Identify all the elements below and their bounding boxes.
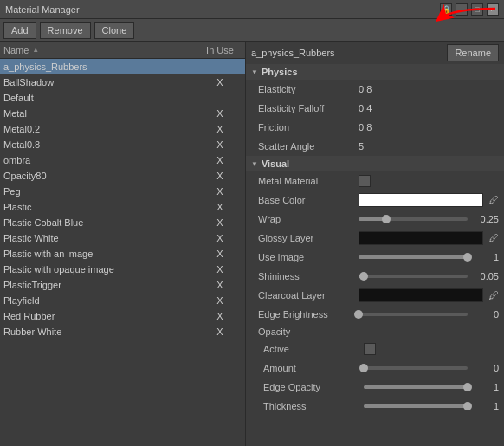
opacity-active-checkbox[interactable] <box>364 343 376 355</box>
edge-opacity-value: 1 <box>473 382 499 392</box>
shininess-value: 0.05 <box>473 271 499 281</box>
list-item-inuse: X <box>198 280 242 290</box>
glossy-layer-swatch[interactable] <box>359 231 483 245</box>
add-button[interactable]: Add <box>3 22 36 39</box>
list-item[interactable]: Opacity80X <box>0 168 245 184</box>
list-item[interactable]: PlasticTriggerX <box>0 277 245 293</box>
list-item-name: ombra <box>3 155 198 165</box>
list-item[interactable]: Plastic WhiteX <box>0 230 245 246</box>
list-item[interactable]: PegX <box>0 184 245 199</box>
friction-value[interactable]: 0.8 <box>359 122 384 133</box>
list-item[interactable]: ombraX <box>0 152 245 168</box>
thickness-slider-track[interactable] <box>364 404 468 408</box>
wrap-slider-track[interactable] <box>359 217 468 221</box>
opacity-amount-slider-thumb[interactable] <box>359 364 368 372</box>
metal-material-checkbox[interactable] <box>359 175 371 187</box>
edge-brightness-slider-thumb[interactable] <box>354 310 363 319</box>
scatter-angle-row: Scatter Angle 5 <box>246 137 504 156</box>
scatter-angle-label: Scatter Angle <box>258 141 353 152</box>
list-item-inuse: X <box>198 233 242 243</box>
list-item[interactable]: Default <box>0 90 245 106</box>
visual-section-header[interactable]: ▼ Visual <box>246 156 504 171</box>
edge-opacity-slider-track[interactable] <box>364 385 468 389</box>
physics-section-title: Physics <box>262 67 298 77</box>
base-color-eyedropper[interactable]: 🖊 <box>488 194 499 206</box>
scatter-angle-value[interactable]: 5 <box>359 141 384 152</box>
elasticity-falloff-value[interactable]: 0.4 <box>359 103 384 113</box>
list-item[interactable]: a_physics_Rubbers <box>0 59 245 74</box>
wrap-slider-container: 0.25 <box>359 214 499 224</box>
opacity-amount-value: 0 <box>473 363 499 373</box>
edge-opacity-slider-thumb[interactable] <box>463 383 472 391</box>
main-area: Name ▲ In Use a_physics_RubbersBallShado… <box>0 42 504 446</box>
use-image-slider-thumb[interactable] <box>463 253 472 262</box>
list-item-inuse: X <box>198 155 242 165</box>
menu-button[interactable]: ⋮ <box>456 3 468 16</box>
toolbar: Add Remove Clone <box>0 19 504 42</box>
glossy-layer-swatch-container: 🖊 <box>359 231 499 245</box>
physics-collapse-icon: ▼ <box>251 68 258 76</box>
list-item[interactable]: Rubber WhiteX <box>0 324 245 339</box>
clearcoat-swatch[interactable] <box>359 288 483 302</box>
edge-opacity-slider-fill <box>364 385 468 389</box>
use-image-slider-track[interactable] <box>359 255 468 259</box>
elasticity-falloff-row: Elasticity Falloff 0.4 <box>246 99 504 118</box>
list-item-name: a_physics_Rubbers <box>3 61 198 72</box>
edge-opacity-row: Edge Opacity 1 <box>246 378 504 397</box>
edge-brightness-slider-track[interactable] <box>359 313 468 316</box>
physics-section-header[interactable]: ▼ Physics <box>246 64 504 80</box>
list-item-name: Metal0.8 <box>3 139 198 150</box>
material-name-row: a_physics_Rubbers Rename <box>246 42 504 64</box>
list-item[interactable]: Plastic with opaque imageX <box>0 262 245 277</box>
wrap-slider-thumb[interactable] <box>382 215 391 223</box>
close-button[interactable]: × <box>487 3 499 16</box>
base-color-row: Base Color 🖊 <box>246 191 504 210</box>
list-item[interactable]: Metal0.2X <box>0 121 245 137</box>
thickness-label: Thickness <box>263 401 359 411</box>
menu-icon: ⋮ <box>458 5 466 14</box>
use-image-label: Use Image <box>258 252 353 262</box>
use-image-value: 1 <box>473 252 499 262</box>
list-item-name: Plastic Cobalt Blue <box>3 217 198 228</box>
rename-button[interactable]: Rename <box>447 44 499 61</box>
clearcoat-label: Clearcoat Layer <box>258 290 353 301</box>
list-header: Name ▲ In Use <box>0 42 245 59</box>
list-item[interactable]: MetalX <box>0 106 245 121</box>
shininess-slider-track[interactable] <box>359 275 468 278</box>
visual-section-title: Visual <box>262 158 289 169</box>
minimize-button[interactable]: □ <box>471 3 483 16</box>
list-item-inuse: X <box>198 264 242 275</box>
list-item[interactable]: Plastic with an imageX <box>0 246 245 262</box>
list-item[interactable]: PlasticX <box>0 199 245 215</box>
base-color-swatch[interactable] <box>359 193 483 207</box>
list-item-name: BallShadow <box>3 77 198 87</box>
list-item[interactable]: PlayfieldX <box>0 293 245 308</box>
list-item[interactable]: Metal0.8X <box>0 137 245 152</box>
list-item[interactable]: Plastic Cobalt BlueX <box>0 215 245 230</box>
shininess-slider-thumb[interactable] <box>359 272 368 281</box>
list-item-inuse: X <box>198 171 242 181</box>
thickness-slider-thumb[interactable] <box>463 402 472 410</box>
clone-button[interactable]: Clone <box>94 22 135 39</box>
list-item[interactable]: Red RubberX <box>0 308 245 324</box>
title-bar-left: Material Manager <box>5 4 80 15</box>
list-item-name: Peg <box>3 186 198 197</box>
friction-label: Friction <box>258 122 353 133</box>
opacity-amount-slider-track[interactable] <box>364 366 468 370</box>
base-color-swatch-container: 🖊 <box>359 193 499 207</box>
opacity-amount-label: Amount <box>263 363 359 373</box>
clearcoat-eyedropper[interactable]: 🖊 <box>488 289 499 301</box>
use-image-slider-container: 1 <box>359 252 499 262</box>
pin-button[interactable]: 🔒 <box>440 3 452 16</box>
elasticity-value[interactable]: 0.8 <box>359 84 384 94</box>
list-item-name: Rubber White <box>3 326 198 337</box>
wrap-label: Wrap <box>258 214 353 224</box>
list-item-name: PlasticTrigger <box>3 280 198 290</box>
edge-brightness-value: 0 <box>473 309 499 320</box>
list-item-name: Opacity80 <box>3 171 198 181</box>
glossy-layer-eyedropper[interactable]: 🖊 <box>488 232 499 244</box>
glossy-layer-row: Glossy Layer 🖊 <box>246 229 504 248</box>
list-item[interactable]: BallShadowX <box>0 74 245 90</box>
list-item-inuse: X <box>198 202 242 212</box>
remove-button[interactable]: Remove <box>40 22 91 39</box>
